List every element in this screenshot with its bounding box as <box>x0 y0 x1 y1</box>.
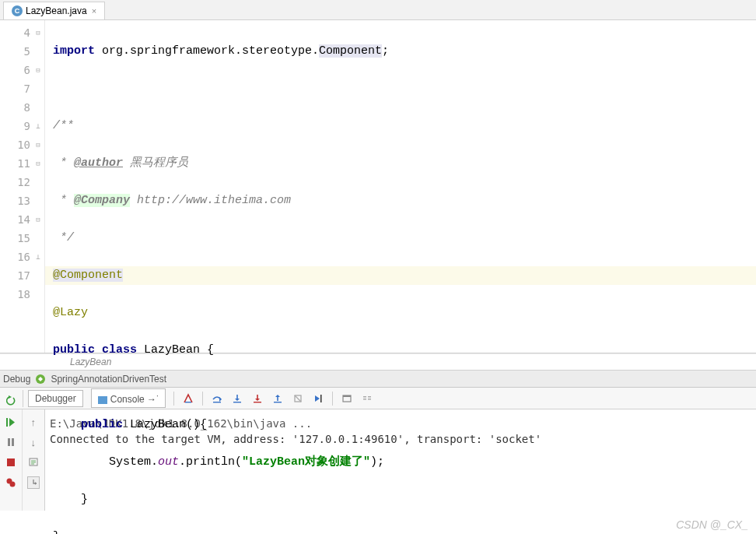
javadoc: 黑马程序员 <box>123 156 188 170</box>
string-literal: "LazyBean对象创建了" <box>242 455 370 469</box>
watermark: CSDN @_CX_ <box>676 518 748 531</box>
breakpoints-icon[interactable] <box>5 476 17 489</box>
svg-rect-17 <box>7 458 15 466</box>
fold-icon[interactable]: ⊟ <box>33 23 43 42</box>
fold-column: ⊟⊟⊥⊟⊟⊟⊥ <box>33 23 43 304</box>
fold-icon[interactable]: ⊟ <box>33 210 43 229</box>
javadoc: */ <box>53 231 74 244</box>
field-ref: out <box>158 455 179 469</box>
svg-rect-15 <box>8 438 10 446</box>
debug-label: Debug <box>3 374 30 385</box>
debug-side-controls: ↑ ↓ <box>0 409 45 511</box>
code-text: System. <box>53 455 158 469</box>
line-gutter: 456789101112131415161718 ⊟⊟⊥⊟⊟⊟⊥ <box>0 20 45 353</box>
fold-icon[interactable]: ⊟ <box>33 135 43 154</box>
code-text: ; <box>382 44 389 58</box>
fold-icon[interactable]: ⊟ <box>33 154 43 173</box>
code-area[interactable]: import org.springframework.stereotype.Co… <box>45 20 756 353</box>
file-tab-lazybean[interactable]: C LazyBean.java × <box>3 2 105 19</box>
keyword: public <box>53 343 95 357</box>
code-text: ); <box>370 455 384 469</box>
fold-end-icon: ⊥ <box>33 248 43 266</box>
javadoc: * <box>53 156 74 170</box>
javadoc: http://www.itheima.com <box>130 194 291 207</box>
code-text: } <box>53 493 88 506</box>
editor-tab-bar: C LazyBean.java × <box>0 0 756 20</box>
up-icon[interactable]: ↑ <box>27 416 40 428</box>
code-text: org.springframework.stereotype. <box>95 44 319 58</box>
down-icon[interactable]: ↓ <box>27 436 40 448</box>
filter-icon[interactable] <box>27 456 40 469</box>
javadoc-tag: @Company <box>74 194 130 207</box>
code-editor[interactable]: 456789101112131415161718 ⊟⊟⊥⊟⊟⊟⊥ import … <box>0 20 756 353</box>
keyword: class <box>102 343 137 357</box>
annotation: @Component <box>53 269 123 282</box>
stop-icon[interactable] <box>5 456 17 469</box>
class-ref: Component <box>319 44 382 58</box>
keyword: public <box>81 418 123 431</box>
close-icon[interactable]: × <box>92 6 96 16</box>
code-text: LazyBean(){ <box>123 418 207 431</box>
fold-end-icon: ⊥ <box>33 117 43 135</box>
javadoc-tag: @author <box>74 156 123 170</box>
code-text: .println( <box>179 455 242 469</box>
svg-rect-14 <box>6 418 8 427</box>
resume-icon[interactable] <box>5 416 17 428</box>
code-text: } <box>53 530 60 534</box>
rerun-icon[interactable] <box>5 395 18 407</box>
code-text: LazyBean { <box>137 343 214 357</box>
file-tab-label: LazyBean.java <box>26 5 87 16</box>
svg-point-19 <box>9 482 15 487</box>
layout-icon[interactable] <box>27 476 40 489</box>
javadoc: /** <box>53 119 74 132</box>
keyword: import <box>53 44 95 58</box>
spring-icon <box>35 374 46 385</box>
javadoc: * <box>53 194 74 207</box>
class-icon: C <box>12 5 23 16</box>
annotation: @Lazy <box>53 306 88 319</box>
fold-icon[interactable]: ⊟ <box>33 61 43 79</box>
svg-rect-16 <box>12 438 14 446</box>
pause-icon[interactable] <box>5 436 17 448</box>
